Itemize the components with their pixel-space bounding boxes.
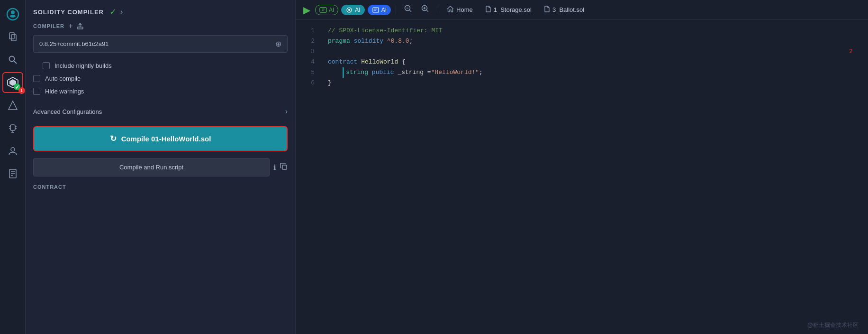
sidebar-icon-logo[interactable] (2, 4, 23, 25)
toolbar: ▶ AI AI AI (296, 0, 868, 20)
run-script-copy-icon[interactable] (280, 163, 288, 172)
code-line-4: contract HelloWorld { (328, 57, 841, 67)
ai-label-1: AI (329, 7, 334, 13)
code-version: ^0.8.0 (387, 36, 409, 46)
sidebar-icon-search[interactable] (2, 49, 23, 70)
ai-button-2[interactable]: AI (341, 5, 364, 15)
ai-button-3[interactable]: AI (368, 5, 391, 15)
code-line-3 (328, 46, 841, 57)
auto-compile-label: Auto compile (45, 75, 81, 82)
play-button[interactable]: ▶ (301, 4, 312, 16)
code-editor[interactable]: 1 2 3 4 5 6 // SPDX-License-Identifier: … (296, 20, 868, 334)
header-actions: ✓ › (109, 7, 123, 17)
add-compiler-btn[interactable]: + (68, 22, 72, 30)
compile-button-label: Compile 01-HelloWorld.sol (121, 135, 211, 143)
line-numbers: 1 2 3 4 5 6 (296, 26, 320, 328)
advanced-configs-label: Advanced Configurations (33, 108, 102, 115)
ai-button-1[interactable]: AI (315, 5, 338, 15)
sidebar-icon-files[interactable] (2, 27, 23, 47)
code-line-2: pragma solidity ^0.8.0 ; (328, 36, 841, 46)
right-num-blank-1 (849, 26, 868, 36)
compile-button[interactable]: ↻ Compile 01-HelloWorld.sol (33, 126, 288, 151)
tab-ballot-label: 3_Ballot.sol (552, 6, 584, 13)
svg-rect-30 (373, 8, 379, 12)
run-script-button[interactable]: Compile and Run script (33, 158, 270, 176)
code-string-val: "HelloWorld!" (431, 67, 479, 78)
zoom-in-button[interactable] (418, 3, 432, 16)
svg-rect-10 (10, 125, 15, 130)
sidebar: 1 (0, 0, 26, 334)
sidebar-icon-debug[interactable] (2, 118, 23, 139)
line-num-3: 3 (311, 46, 315, 57)
toolbar-divider-2 (437, 5, 437, 15)
code-line-marker (343, 67, 344, 78)
svg-line-6 (14, 61, 17, 64)
sidebar-icon-user[interactable] (2, 140, 23, 161)
hide-warnings-label: Hide warnings (45, 88, 84, 95)
include-nightly-row: Include nightly builds (26, 59, 295, 72)
version-value: 0.8.25+commit.b61c2a91 (39, 40, 108, 47)
tab-ballot[interactable]: 3_Ballot.sol (539, 4, 589, 16)
auto-compile-row: Auto compile (26, 72, 295, 85)
sidebar-icon-deploy[interactable] (2, 95, 23, 116)
run-script-label: Compile and Run script (119, 164, 183, 171)
ai-label-3: AI (381, 7, 387, 13)
ai-label-2: AI (355, 7, 360, 13)
version-dropdown-arrow: ⊕ (275, 39, 281, 48)
hide-warnings-checkbox[interactable] (33, 88, 40, 95)
svg-point-5 (9, 56, 14, 62)
svg-point-1 (11, 10, 15, 14)
header-check-icon: ✓ (109, 7, 117, 17)
code-line-1: // SPDX-License-Identifier: MIT (328, 26, 841, 36)
line-num-6: 6 (311, 78, 315, 88)
svg-rect-3 (9, 33, 14, 39)
version-select[interactable]: 0.8.25+commit.b61c2a91 ⊕ (33, 35, 288, 53)
ballot-file-icon (544, 6, 550, 14)
tab-home-label: Home (456, 6, 473, 13)
code-content[interactable]: // SPDX-License-Identifier: MIT pragma s… (320, 26, 849, 328)
panel-title: SOLIDITY COMPILER (33, 9, 104, 16)
main-area: ▶ AI AI AI (296, 0, 868, 334)
toolbar-divider-1 (396, 5, 396, 15)
line-num-2: 2 (311, 36, 315, 46)
header-chevron-icon[interactable]: › (120, 8, 123, 16)
code-solidity-kw: solidity (354, 36, 383, 46)
storage-file-icon (485, 6, 491, 14)
load-compiler-btn[interactable] (76, 22, 84, 30)
svg-point-2 (10, 15, 16, 18)
svg-point-17 (11, 148, 15, 151)
include-nightly-label: Include nightly builds (54, 62, 112, 69)
compile-refresh-icon: ↻ (110, 134, 117, 144)
auto-compile-checkbox[interactable] (33, 75, 40, 82)
home-icon (447, 6, 454, 14)
sidebar-icon-docs[interactable] (2, 163, 23, 184)
zoom-out-button[interactable] (401, 3, 415, 16)
right-numbers: 2 (849, 26, 868, 328)
code-line-5: string public _string = "HelloWorld!" ; (328, 67, 841, 78)
code-close-brace: } (328, 78, 332, 88)
badge-number: 1 (18, 87, 25, 94)
right-num-blank-2 (849, 36, 868, 46)
svg-rect-24 (282, 165, 287, 169)
run-script-info-icon[interactable]: ℹ (273, 163, 276, 172)
advanced-configs-row[interactable]: Advanced Configurations › (26, 102, 295, 121)
svg-rect-25 (320, 8, 326, 12)
code-line-6: } (328, 78, 841, 88)
compiler-panel: SOLIDITY COMPILER ✓ › COMPILER + 0.8.25+… (26, 0, 296, 334)
tab-storage-label: 1_Storage.sol (494, 6, 532, 13)
watermark: @稻土掘金技术社区 (807, 321, 859, 329)
tab-storage[interactable]: 1_Storage.sol (480, 4, 536, 16)
code-pragma: pragma (328, 36, 350, 46)
hide-warnings-row: Hide warnings (26, 85, 295, 98)
tab-home[interactable]: Home (442, 4, 478, 16)
include-nightly-checkbox[interactable] (43, 62, 50, 69)
code-contract-name: HelloWorld (361, 57, 398, 67)
svg-point-29 (348, 9, 350, 11)
run-script-row: Compile and Run script ℹ (33, 158, 288, 176)
contract-section-label: CONTRACT (26, 178, 295, 193)
svg-line-39 (426, 10, 428, 12)
svg-rect-22 (77, 27, 83, 29)
right-num-2: 2 (849, 46, 868, 57)
line-num-4: 4 (311, 57, 315, 67)
sidebar-icon-compiler[interactable]: 1 (2, 72, 23, 93)
